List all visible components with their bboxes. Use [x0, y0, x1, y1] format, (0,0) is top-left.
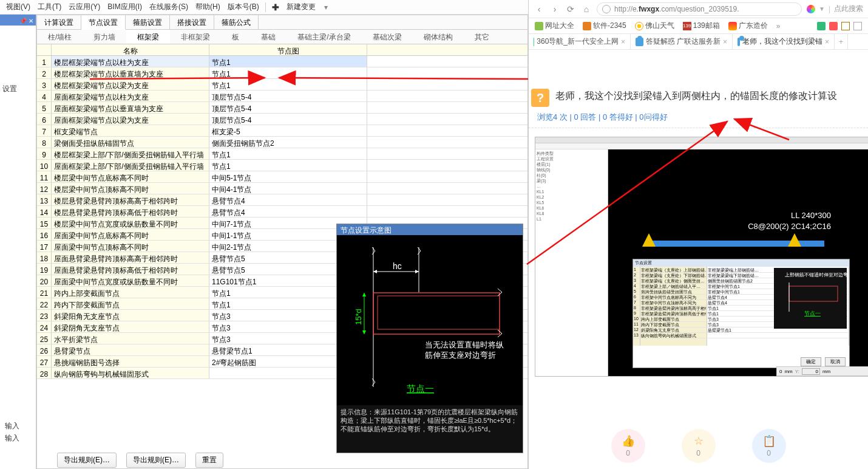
col-index — [37, 44, 52, 55]
bookmark-item[interactable]: 139139邮箱 — [683, 21, 720, 31]
row-node-value[interactable]: 中间4-1节点 — [209, 183, 367, 194]
reset-button[interactable]: 重置 — [195, 453, 223, 468]
table-row[interactable]: 11楼层梁中间节点底标高不同时中间5-1节点 — [37, 171, 527, 183]
row-node-value[interactable]: 节点1 — [209, 67, 367, 78]
forward-icon[interactable]: › — [549, 4, 560, 15]
row-node-value[interactable]: 顶层节点5-4 — [209, 91, 367, 101]
menu-item[interactable]: 帮助(H) — [192, 2, 224, 12]
fav-button[interactable]: ☆0 — [682, 429, 716, 463]
ext-icon[interactable] — [841, 22, 850, 30]
bookmark-item[interactable]: 广东造价 — [728, 21, 768, 31]
cat-fbeam[interactable]: 基础主梁/承台梁 — [287, 30, 361, 44]
menu-item[interactable]: 工具(T) — [34, 2, 65, 12]
browser-tab[interactable]: 360导航_新一代安全上网× — [529, 34, 631, 49]
cat-frame-beam[interactable]: 框架梁 — [126, 30, 170, 44]
row-name: 屋面梁中间节点顶标高不同时 — [52, 241, 209, 252]
down-arrow-icon[interactable]: ▼ — [819, 5, 825, 12]
svg-rect-17 — [789, 286, 838, 301]
bookmark-item[interactable]: 网址大全 — [535, 21, 574, 31]
row-index: 13 — [37, 194, 52, 205]
row-index: 28 — [37, 368, 52, 378]
cat-other[interactable]: 其它 — [464, 30, 500, 44]
primary-tabs: 计算设置 节点设置 箍筋设置 搭接设置 箍筋公式 — [37, 15, 527, 30]
row-node-value[interactable]: 节点1 — [209, 79, 367, 90]
tab-stirrup-settings[interactable]: 箍筋设置 — [126, 15, 170, 29]
table-header: 名称 节点图 — [37, 44, 527, 56]
row-node-value[interactable]: 节点1 — [209, 148, 367, 159]
close-icon[interactable]: × — [723, 38, 727, 46]
tab-calc-settings[interactable]: 计算设置 — [37, 15, 81, 29]
ext-icon[interactable] — [853, 22, 862, 30]
table-row[interactable]: 8梁侧面受扭纵筋锚固节点侧面受扭钢筋节点2 — [37, 137, 527, 148]
table-row[interactable]: 2楼层框架梁端节点以垂直墙为支座节点1 — [37, 67, 527, 79]
table-row[interactable]: 14楼层悬臂梁悬臂跨顶标高低于相邻跨时悬臂节点4 — [37, 206, 527, 217]
row-node-value[interactable]: 悬臂节点4 — [209, 206, 367, 217]
table-row[interactable]: 3楼层框架梁端节点以梁为支座节点1 — [37, 79, 527, 91]
cat-masonry[interactable]: 砌体结构 — [413, 30, 464, 44]
search-placeholder[interactable]: 点此搜索 — [834, 4, 863, 14]
table-row[interactable]: 5屋面框架梁端节点以垂直墙为支座顶层节点5-4 — [37, 102, 527, 114]
address-bar[interactable]: http://e.fwxgx.com/question_2039519. — [597, 2, 802, 16]
row-node-value[interactable]: 顶层节点5-4 — [209, 114, 367, 125]
new-change-button[interactable]: 新建变更 — [283, 2, 319, 12]
more-icon[interactable]: » — [776, 22, 781, 30]
bookmark-item[interactable]: 佛山天气 — [635, 21, 674, 31]
refresh-icon[interactable]: ⟳ — [565, 4, 576, 15]
cat-foundation[interactable]: 基础 — [250, 30, 287, 44]
row-node-value[interactable]: 框支梁-5 — [209, 125, 367, 136]
table-row[interactable]: 12楼层梁中间节点顶标高不同时中间4-1节点 — [37, 183, 527, 194]
close-icon[interactable]: × — [621, 38, 625, 46]
row-index: 10 — [37, 160, 52, 171]
table-row[interactable]: 1楼层框架梁端节点以柱为支座节点1 — [37, 56, 527, 67]
row-node-value[interactable]: 节点1 — [209, 160, 367, 171]
ext-icon[interactable] — [829, 22, 838, 30]
copy-button[interactable]: 📋0 — [752, 429, 786, 463]
row-name: 楼层框架梁端节点以柱为支座 — [52, 56, 209, 67]
row-node-value[interactable]: 中间5-1节点 — [209, 171, 367, 182]
menu-item[interactable]: 在线服务(S) — [146, 2, 192, 12]
row-node-value[interactable]: 顶层节点5-4 — [209, 102, 367, 113]
row-node-value[interactable]: 节点1 — [209, 56, 367, 67]
table-row[interactable]: 7框支梁端节点框支梁-5 — [37, 125, 527, 137]
menu-item[interactable]: 云应用(Y) — [65, 2, 104, 12]
new-tab-button[interactable]: + — [835, 34, 848, 49]
cat-column[interactable]: 柱/墙柱 — [37, 30, 83, 44]
sidebar-item-input2[interactable]: 输入 — [2, 417, 22, 456]
dropdown-icon[interactable]: ▾ — [320, 3, 331, 12]
sidebar-item-settings[interactable]: 设置 — [0, 80, 36, 118]
ext-icon[interactable] — [817, 22, 826, 30]
back-icon[interactable]: ‹ — [534, 4, 544, 15]
cat-nonframe-beam[interactable]: 非框架梁 — [170, 30, 221, 44]
menu-item[interactable]: BIM应用(I) — [104, 2, 146, 12]
pin-icon[interactable]: 📌 ✕ — [19, 16, 33, 27]
table-row[interactable]: 4屋面框架梁端节点以柱为支座顶层节点5-4 — [37, 91, 527, 102]
vote-buttons: 👍0 ☆0 📋0 — [529, 429, 868, 463]
close-icon[interactable]: × — [825, 38, 829, 46]
row-name: 屋面框架梁端节点以柱为支座 — [52, 91, 209, 101]
tab-splice-settings[interactable]: 搭接设置 — [170, 15, 214, 29]
table-row[interactable]: 10屋面框架梁上部/下部/侧面受扭钢筋锚入平行墙节点1 — [37, 160, 527, 171]
browser-tab[interactable]: 老师，我这个没找到梁锚× — [733, 34, 835, 49]
browser-tab[interactable]: 答疑解惑 广联达服务新× — [631, 34, 733, 49]
home-icon[interactable]: ⌂ — [581, 4, 592, 15]
bookmark-item[interactable]: 软件-2345 — [583, 21, 626, 31]
export-button-1[interactable]: 导出规则(E)… — [57, 453, 117, 468]
cat-slab[interactable]: 板 — [221, 30, 250, 44]
menu-item[interactable]: 视图(V) — [2, 2, 34, 12]
row-node-value[interactable]: 侧面受扭钢筋节点2 — [209, 137, 367, 148]
svg-text:上部钢筋不锚通时伸至对边弯折: 上部钢筋不锚通时伸至对边弯折 — [785, 272, 847, 278]
row-node-value[interactable]: 悬臂节点4 — [209, 194, 367, 205]
color-wheel-icon[interactable] — [807, 5, 815, 13]
table-row[interactable]: 13楼层悬臂梁悬臂跨顶标高高于相邻跨时悬臂节点4 — [37, 194, 527, 206]
cat-fsecond[interactable]: 基础次梁 — [362, 30, 413, 44]
table-row[interactable]: 9楼层框架梁上部/下部/侧面受扭钢筋锚入平行墙节点1 — [37, 148, 527, 160]
cat-shearwall[interactable]: 剪力墙 — [83, 30, 126, 44]
like-button[interactable]: 👍0 — [611, 429, 645, 463]
tab-node-settings[interactable]: 节点设置 — [81, 15, 126, 30]
row-index: 3 — [37, 79, 52, 90]
diagram-canvas: hc 15*d 当无法设置直锚时将纵筋伸至支座对边弯折 节点一 — [337, 235, 523, 405]
table-row[interactable]: 6屋面框架梁端节点以梁为支座顶层节点5-4 — [37, 114, 527, 125]
export-button-2[interactable]: 导出规则(E)… — [126, 453, 186, 468]
tab-stirrup-formula[interactable]: 箍筋公式 — [214, 15, 259, 29]
menu-item[interactable]: 版本号(B) — [224, 2, 263, 12]
